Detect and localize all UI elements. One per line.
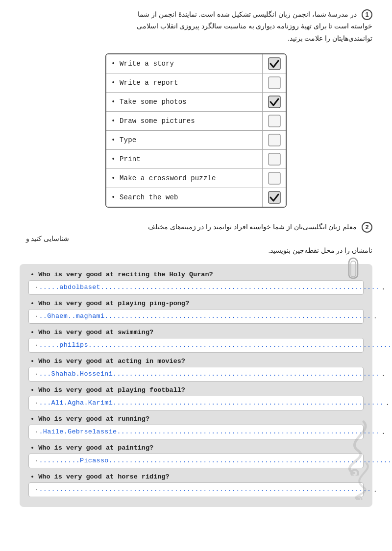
section2-text-line1: معلم زبان انگلیسی‌تان از شما خواسته افرا… [148,223,357,231]
section2-text-indent [71,235,372,242]
checklist-cell[interactable] [262,188,286,207]
qa-dot-left: · [35,399,39,407]
qa-item: • Who is very good at horse riding?·....… [28,473,364,497]
svg-point-9 [357,497,362,500]
qa-dot-left: · [35,284,39,291]
qa-dot-left: · [35,312,39,320]
qa-item: • Who is very good at playing ping-pong?… [28,300,364,324]
qa-dot-left: · [35,457,39,465]
checklist-cell[interactable] [262,73,286,92]
section1-text-line2: خواسته است تا برای تهیهٔ روزنامه دیواری … [137,23,372,30]
check-icon [268,57,281,71]
qa-item: • Who is very good at reciting the Holy … [28,271,364,295]
qa-question: • Who is very good at swimming? [28,329,364,336]
checklist-cell[interactable] [262,54,286,73]
qa-dot-left: · [35,370,39,378]
checklist-label: • Draw some pictures [106,113,262,129]
qa-item: • Who is very good at painting?·........… [28,444,364,468]
check-icon [268,95,281,109]
checklist-row[interactable]: • Search the web [106,188,286,207]
empty-checkbox-icon [268,114,281,128]
qa-answer-row[interactable]: ·...Ali.Agha.Karimi.....................… [28,396,364,410]
svg-rect-6 [269,172,280,184]
qa-dot-right: . [373,486,377,494]
qa-dot-left: · [35,428,39,436]
qa-answer-text: ........................................… [39,486,371,493]
qa-answer-text: .....abdolbaset.........................… [39,284,379,291]
check-icon [268,191,281,204]
paperclip-icon [348,257,359,281]
checklist-cell[interactable] [262,169,286,188]
qa-answer-row[interactable]: ·.Haile.Gebrselassie....................… [28,425,364,439]
qa-item: • Who is very good at playing football?·… [28,386,364,410]
checklist-label: • Write a report [106,74,262,91]
checklist-label: • Make a crossword puzzle [106,170,262,187]
checklist-label: • Take some photos [106,94,262,110]
qa-dot-right: . [381,284,385,291]
svg-rect-5 [269,153,280,165]
checklist-label: • Write a story [106,55,262,72]
qa-answer-text: .....philips............................… [39,341,392,349]
qa-question: • Who is very good at painting? [28,444,364,452]
qa-card: • Who is very good at reciting the Holy … [20,264,372,507]
qa-item: • Who is very good at acting in movies?·… [28,358,364,382]
qa-dot-left: · [35,486,39,494]
checklist-cell[interactable] [262,112,286,130]
checklist-row[interactable]: • Write a report [106,73,286,93]
section1-text-line3: توانمندی‌هایتان را علامت بزنید. [288,35,372,42]
checklist-label: • Print [106,151,262,168]
empty-checkbox-icon [268,152,281,166]
checklist-cell[interactable] [262,150,286,168]
qa-question: • Who is very good at playing ping-pong? [28,300,364,307]
svg-rect-3 [269,115,280,127]
qa-question: • Who is very good at playing football? [28,386,364,394]
checklist-row[interactable]: • Draw some pictures [106,112,286,131]
qa-answer-row[interactable]: ·.....philips...........................… [28,338,364,353]
qa-answer-row[interactable]: ·..Ghaem..maghami.......................… [28,309,364,324]
checklist-row[interactable]: • Print [106,150,286,169]
qa-dot-left: · [35,341,39,349]
qa-answer-text: ...Shahab.Hosseini......................… [39,370,379,378]
empty-checkbox-icon [268,171,281,185]
checklist-row[interactable]: • Type [106,131,286,150]
section1-number: 1 [362,9,372,20]
empty-checkbox-icon [268,133,281,147]
checklist-cell[interactable] [262,93,286,111]
section1-header: 1 در مدرسهٔ شما، انجمن زبان انگلیسی تشکی… [15,9,377,45]
qa-answer-text: ..Ghaem..maghami........................… [39,312,371,320]
checklist-row[interactable]: • Take some photos [106,93,286,112]
qa-list: • Who is very good at reciting the Holy … [28,271,364,497]
checklist-row[interactable]: • Make a crossword puzzle [106,169,286,188]
qa-answer-text: .Haile.Gebrselassie.....................… [39,428,379,435]
checklist-cell[interactable] [262,131,286,149]
qa-answer-row[interactable]: ·.......................................… [28,482,364,497]
qa-question: • Who is very good at horse riding? [28,473,364,480]
qa-question: • Who is very good at reciting the Holy … [28,271,364,278]
checklist-box: • Write a story• Write a report• Take so… [105,53,287,208]
qa-answer-row[interactable]: ·.....abdolbaset........................… [28,280,364,295]
checklist-container: • Write a story• Write a report• Take so… [15,53,377,208]
qa-dot-right: . [386,399,390,407]
section2-header: 2 معلم زبان انگلیسی‌تان از شما خواسته اف… [15,221,377,257]
qa-answer-row[interactable]: ·...Shahab.Hosseini.....................… [28,367,364,382]
empty-checkbox-icon [268,76,281,90]
qa-answer-text: ...Ali.Agha.Karimi......................… [39,399,383,407]
section1-text-line1: در مدرسهٔ شما، انجمن زبان انگلیسی تشکیل … [138,11,357,18]
qa-question: • Who is very good at running? [28,415,364,423]
svg-rect-4 [269,134,280,146]
checklist-label: • Search the web [106,189,262,206]
qa-dot-right: . [381,428,385,436]
qa-answer-text: ..........Picasso.......................… [39,457,392,464]
qa-answer-row[interactable]: ·..........Picasso......................… [28,454,364,468]
checklist-label: • Type [106,132,262,148]
section2-number: 2 [362,222,372,233]
qa-dot-right: . [373,312,377,320]
checklist-row[interactable]: • Write a story [106,54,286,73]
qa-item: • Who is very good at running?·.Haile.Ge… [28,415,364,439]
qa-dot-right: . [381,370,385,378]
svg-rect-1 [269,77,280,89]
qa-question: • Who is very good at acting in movies? [28,358,364,365]
page: 1 در مدرسهٔ شما، انجمن زبان انگلیسی تشکی… [0,0,392,522]
qa-item: • Who is very good at swimming?·.....phi… [28,329,364,353]
